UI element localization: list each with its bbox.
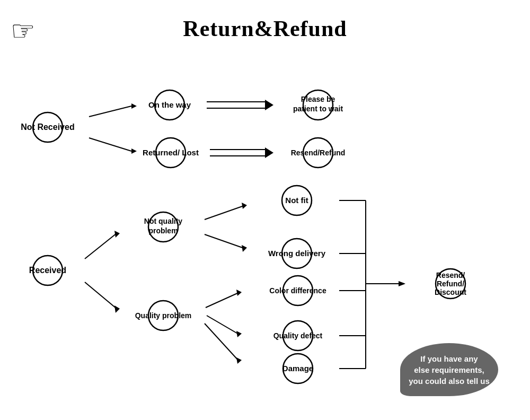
please-wait-label2: patient to wait [293,104,343,113]
svg-marker-21 [236,331,242,337]
not-received-label: Not Received [21,122,74,132]
svg-line-2 [89,138,131,151]
bubble-text: If you have any else requirements, you c… [409,353,490,387]
svg-marker-19 [236,290,242,296]
not-quality-label: Not quality [144,217,183,225]
svg-marker-13 [114,305,120,313]
wrong-delivery-label: Wrong delivery [268,249,326,258]
page-title: Return&Refund [0,0,530,41]
svg-line-10 [85,233,117,259]
hand-icon: ☞ [11,15,36,47]
svg-line-16 [205,234,244,248]
svg-line-22 [205,323,238,361]
svg-line-18 [206,293,238,308]
resend-refund-discount-label3: Discount [435,288,466,296]
please-wait-label: Please be [301,95,335,103]
resend-refund-1-label: Resend/Refund [291,148,346,157]
svg-line-0 [89,106,131,117]
svg-marker-23 [236,357,242,364]
svg-marker-31 [399,281,405,286]
color-difference-label: Color difference [269,286,326,295]
svg-marker-15 [242,203,247,209]
resend-refund-discount-label2: Refund/ [437,279,464,288]
svg-marker-6 [265,100,273,110]
svg-line-14 [205,206,244,220]
tooltip-bubble: If you have any else requirements, you c… [400,343,498,396]
quality-defect-label: Quality defect [273,331,323,340]
damage-label: Damage [282,364,313,373]
svg-marker-9 [265,147,273,158]
resend-refund-discount-label1: Resend/ [436,271,465,279]
not-quality-label2: problem [148,226,178,235]
svg-marker-3 [131,148,137,154]
on-the-way-label: On the way [148,100,191,109]
received-label: Received [29,266,66,275]
svg-marker-11 [114,231,120,238]
quality-problem-label: Quality problem [135,311,192,320]
not-fit-label: Not fit [285,196,308,205]
returned-lost-label: Returned/ Lost [143,148,199,157]
svg-line-12 [85,282,117,309]
svg-marker-17 [242,245,247,252]
svg-marker-1 [131,103,137,109]
